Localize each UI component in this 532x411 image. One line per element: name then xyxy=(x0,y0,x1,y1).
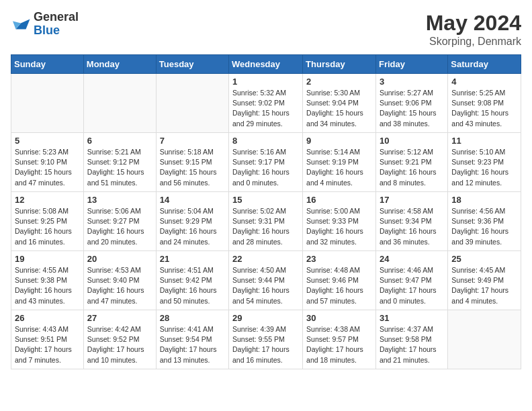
calendar-cell: 4Sunrise: 5:25 AMSunset: 9:08 PMDaylight… xyxy=(448,74,521,133)
day-number: 31 xyxy=(380,313,444,323)
day-info: Sunrise: 5:00 AMSunset: 9:33 PMDaylight:… xyxy=(306,206,372,247)
day-number: 17 xyxy=(380,195,444,205)
day-info: Sunrise: 4:43 AMSunset: 9:51 PMDaylight:… xyxy=(15,324,80,365)
location-subtitle: Skorping, Denmark xyxy=(426,36,521,48)
col-header-tuesday: Tuesday xyxy=(156,55,228,74)
logo-text: General Blue xyxy=(34,11,79,38)
day-number: 7 xyxy=(160,136,225,146)
calendar-cell: 6Sunrise: 5:21 AMSunset: 9:12 PMDaylight… xyxy=(83,133,156,192)
day-number: 2 xyxy=(306,77,372,87)
day-info: Sunrise: 4:50 AMSunset: 9:44 PMDaylight:… xyxy=(232,265,299,306)
calendar-cell xyxy=(11,74,84,133)
calendar-cell: 12Sunrise: 5:08 AMSunset: 9:25 PMDayligh… xyxy=(11,192,84,251)
day-info: Sunrise: 5:23 AMSunset: 9:10 PMDaylight:… xyxy=(15,147,80,188)
generalblue-logo-icon xyxy=(11,14,31,34)
day-number: 12 xyxy=(15,195,80,205)
day-info: Sunrise: 5:30 AMSunset: 9:04 PMDaylight:… xyxy=(306,88,372,129)
day-number: 3 xyxy=(380,77,444,87)
calendar-cell: 31Sunrise: 4:37 AMSunset: 9:58 PMDayligh… xyxy=(375,310,447,369)
day-info: Sunrise: 4:45 AMSunset: 9:49 PMDaylight:… xyxy=(451,265,517,306)
calendar-cell: 5Sunrise: 5:23 AMSunset: 9:10 PMDaylight… xyxy=(11,133,84,192)
week-row-5: 26Sunrise: 4:43 AMSunset: 9:51 PMDayligh… xyxy=(11,310,521,369)
calendar-header-row: SundayMondayTuesdayWednesdayThursdayFrid… xyxy=(11,55,521,74)
day-number: 29 xyxy=(232,313,299,323)
week-row-3: 12Sunrise: 5:08 AMSunset: 9:25 PMDayligh… xyxy=(11,192,521,251)
day-info: Sunrise: 5:18 AMSunset: 9:15 PMDaylight:… xyxy=(160,147,225,188)
col-header-saturday: Saturday xyxy=(448,55,521,74)
day-number: 6 xyxy=(87,136,152,146)
day-info: Sunrise: 5:14 AMSunset: 9:19 PMDaylight:… xyxy=(306,147,372,188)
calendar-cell: 24Sunrise: 4:46 AMSunset: 9:47 PMDayligh… xyxy=(375,251,447,310)
day-info: Sunrise: 5:12 AMSunset: 9:21 PMDaylight:… xyxy=(380,147,444,188)
day-number: 11 xyxy=(451,136,517,146)
day-number: 16 xyxy=(306,195,372,205)
day-info: Sunrise: 5:21 AMSunset: 9:12 PMDaylight:… xyxy=(87,147,152,188)
day-number: 21 xyxy=(160,254,225,264)
day-info: Sunrise: 5:06 AMSunset: 9:27 PMDaylight:… xyxy=(87,206,152,247)
logo: General Blue xyxy=(11,11,79,38)
calendar-cell: 9Sunrise: 5:14 AMSunset: 9:19 PMDaylight… xyxy=(303,133,376,192)
day-info: Sunrise: 4:51 AMSunset: 9:42 PMDaylight:… xyxy=(160,265,225,306)
calendar-cell: 13Sunrise: 5:06 AMSunset: 9:27 PMDayligh… xyxy=(83,192,156,251)
day-info: Sunrise: 4:48 AMSunset: 9:46 PMDaylight:… xyxy=(306,265,372,306)
calendar-cell: 7Sunrise: 5:18 AMSunset: 9:15 PMDaylight… xyxy=(156,133,228,192)
week-row-1: 1Sunrise: 5:32 AMSunset: 9:02 PMDaylight… xyxy=(11,74,521,133)
day-info: Sunrise: 4:53 AMSunset: 9:40 PMDaylight:… xyxy=(87,265,152,306)
day-info: Sunrise: 4:41 AMSunset: 9:54 PMDaylight:… xyxy=(160,324,225,365)
page-header: General Blue May 2024 Skorping, Denmark xyxy=(11,11,521,48)
calendar-cell: 26Sunrise: 4:43 AMSunset: 9:51 PMDayligh… xyxy=(11,310,84,369)
day-info: Sunrise: 5:02 AMSunset: 9:31 PMDaylight:… xyxy=(232,206,299,247)
logo-general: General xyxy=(34,10,79,24)
calendar-cell: 1Sunrise: 5:32 AMSunset: 9:02 PMDaylight… xyxy=(229,74,303,133)
title-block: May 2024 Skorping, Denmark xyxy=(426,11,521,48)
calendar-cell xyxy=(83,74,156,133)
calendar-cell: 8Sunrise: 5:16 AMSunset: 9:17 PMDaylight… xyxy=(229,133,303,192)
calendar-cell: 27Sunrise: 4:42 AMSunset: 9:52 PMDayligh… xyxy=(83,310,156,369)
day-info: Sunrise: 5:32 AMSunset: 9:02 PMDaylight:… xyxy=(232,88,299,129)
day-number: 22 xyxy=(232,254,299,264)
calendar-cell: 17Sunrise: 4:58 AMSunset: 9:34 PMDayligh… xyxy=(375,192,447,251)
calendar-cell: 28Sunrise: 4:41 AMSunset: 9:54 PMDayligh… xyxy=(156,310,228,369)
calendar-cell xyxy=(448,310,521,369)
col-header-friday: Friday xyxy=(375,55,447,74)
calendar-cell: 25Sunrise: 4:45 AMSunset: 9:49 PMDayligh… xyxy=(448,251,521,310)
day-info: Sunrise: 5:08 AMSunset: 9:25 PMDaylight:… xyxy=(15,206,80,247)
day-number: 1 xyxy=(232,77,299,87)
calendar-cell: 20Sunrise: 4:53 AMSunset: 9:40 PMDayligh… xyxy=(83,251,156,310)
day-number: 4 xyxy=(451,77,517,87)
day-info: Sunrise: 5:27 AMSunset: 9:06 PMDaylight:… xyxy=(380,88,444,129)
calendar-cell: 15Sunrise: 5:02 AMSunset: 9:31 PMDayligh… xyxy=(229,192,303,251)
calendar-cell: 18Sunrise: 4:56 AMSunset: 9:36 PMDayligh… xyxy=(448,192,521,251)
day-info: Sunrise: 4:37 AMSunset: 9:58 PMDaylight:… xyxy=(380,324,444,365)
calendar-cell: 21Sunrise: 4:51 AMSunset: 9:42 PMDayligh… xyxy=(156,251,228,310)
calendar-cell: 19Sunrise: 4:55 AMSunset: 9:38 PMDayligh… xyxy=(11,251,84,310)
day-number: 19 xyxy=(15,254,80,264)
calendar-cell: 23Sunrise: 4:48 AMSunset: 9:46 PMDayligh… xyxy=(303,251,376,310)
day-number: 10 xyxy=(380,136,444,146)
day-number: 18 xyxy=(451,195,517,205)
week-row-4: 19Sunrise: 4:55 AMSunset: 9:38 PMDayligh… xyxy=(11,251,521,310)
col-header-wednesday: Wednesday xyxy=(229,55,303,74)
day-number: 20 xyxy=(87,254,152,264)
calendar-table: SundayMondayTuesdayWednesdayThursdayFrid… xyxy=(11,54,521,369)
calendar-cell: 22Sunrise: 4:50 AMSunset: 9:44 PMDayligh… xyxy=(229,251,303,310)
calendar-cell: 29Sunrise: 4:39 AMSunset: 9:55 PMDayligh… xyxy=(229,310,303,369)
day-info: Sunrise: 4:38 AMSunset: 9:57 PMDaylight:… xyxy=(306,324,372,365)
col-header-sunday: Sunday xyxy=(11,55,84,74)
day-number: 15 xyxy=(232,195,299,205)
day-info: Sunrise: 5:25 AMSunset: 9:08 PMDaylight:… xyxy=(451,88,517,129)
col-header-monday: Monday xyxy=(83,55,156,74)
day-info: Sunrise: 4:55 AMSunset: 9:38 PMDaylight:… xyxy=(15,265,80,306)
calendar-cell: 3Sunrise: 5:27 AMSunset: 9:06 PMDaylight… xyxy=(375,74,447,133)
calendar-cell: 2Sunrise: 5:30 AMSunset: 9:04 PMDaylight… xyxy=(303,74,376,133)
day-info: Sunrise: 5:16 AMSunset: 9:17 PMDaylight:… xyxy=(232,147,299,188)
week-row-2: 5Sunrise: 5:23 AMSunset: 9:10 PMDaylight… xyxy=(11,133,521,192)
day-info: Sunrise: 5:04 AMSunset: 9:29 PMDaylight:… xyxy=(160,206,225,247)
calendar-cell: 10Sunrise: 5:12 AMSunset: 9:21 PMDayligh… xyxy=(375,133,447,192)
day-info: Sunrise: 4:56 AMSunset: 9:36 PMDaylight:… xyxy=(451,206,517,247)
day-number: 30 xyxy=(306,313,372,323)
day-number: 28 xyxy=(160,313,225,323)
day-info: Sunrise: 4:58 AMSunset: 9:34 PMDaylight:… xyxy=(380,206,444,247)
day-info: Sunrise: 4:42 AMSunset: 9:52 PMDaylight:… xyxy=(87,324,152,365)
day-number: 9 xyxy=(306,136,372,146)
